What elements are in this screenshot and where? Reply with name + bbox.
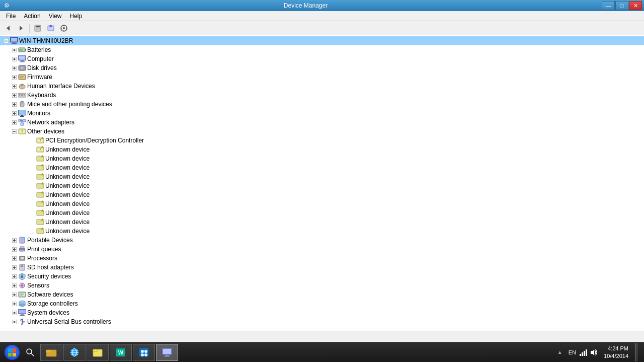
tree-item-mice[interactable]: Mice and other pointing devices — [0, 100, 644, 109]
batteries-expander[interactable] — [10, 46, 18, 54]
tree-item-print[interactable]: Print queues — [0, 245, 644, 254]
system-devices-expander[interactable] — [10, 309, 18, 317]
menu-file[interactable]: File — [2, 12, 20, 21]
minimize-button[interactable]: — — [602, 1, 615, 10]
tree-item-unk1[interactable]: ? ! Unknown device — [0, 145, 644, 154]
svg-point-38 — [22, 67, 23, 68]
root-expander[interactable] — [2, 37, 10, 45]
tree-item-unk6[interactable]: ! Unknown device — [0, 190, 644, 199]
tree-item-security[interactable]: Security devices — [0, 272, 644, 281]
maximize-button[interactable]: □ — [615, 1, 628, 10]
tree-item-unk2[interactable]: ! Unknown device — [0, 154, 644, 163]
unk2-icon: ! — [36, 155, 44, 163]
other-devices-expander[interactable] — [10, 127, 18, 135]
tree-item-unk3[interactable]: ! Unknown device — [0, 163, 644, 172]
tree-item-unk4[interactable]: ! Unknown device — [0, 172, 644, 181]
tree-item-pci[interactable]: ? ! PCI Encryption/Decryption Controller — [0, 136, 644, 145]
svg-text:!: ! — [42, 174, 42, 176]
scan-hardware-button[interactable] — [58, 23, 70, 34]
tree-item-sd-host[interactable]: SD host adapters — [0, 263, 644, 272]
tree-item-batteries[interactable]: Batteries — [0, 45, 644, 54]
taskbar-explorer-btn[interactable] — [40, 344, 62, 361]
tree-item-unk5[interactable]: ! Unknown device — [0, 181, 644, 190]
network-expander[interactable] — [10, 118, 18, 126]
show-desktop-btn[interactable] — [635, 343, 638, 361]
tray-clock[interactable]: 4:24 PM 10/4/2014 — [600, 345, 632, 359]
tree-item-system-devices[interactable]: System devices — [0, 308, 644, 317]
processors-icon — [18, 254, 26, 262]
tree-item-software-devices[interactable]: Software devices — [0, 290, 644, 299]
tray-keyboard-icon[interactable]: EN — [567, 349, 578, 355]
svg-rect-17 — [11, 38, 17, 42]
unk10-label: Unknown device — [45, 228, 90, 235]
security-expander[interactable] — [10, 272, 18, 280]
tray-network-icon[interactable] — [580, 349, 588, 356]
processors-expander[interactable] — [10, 254, 18, 262]
svg-rect-136 — [20, 246, 24, 248]
tree-item-disk-drives[interactable]: Disk drives — [0, 63, 644, 73]
menu-view[interactable]: View — [45, 12, 66, 21]
portable-expander[interactable] — [10, 236, 18, 244]
tree-item-monitors[interactable]: Monitors — [0, 109, 644, 118]
tree-item-keyboards[interactable]: Keyboards — [0, 91, 644, 100]
tree-item-unk7[interactable]: ! Unknown device — [0, 199, 644, 208]
tray-volume-icon[interactable] — [590, 349, 598, 356]
svg-text:!: ! — [42, 228, 42, 230]
tree-item-portable[interactable]: Portable Devices — [0, 236, 644, 245]
print-expander[interactable] — [10, 245, 18, 253]
forward-button[interactable] — [15, 23, 27, 34]
taskbar-control-panel-btn[interactable] — [133, 344, 155, 361]
tree-item-computer[interactable]: Computer — [0, 54, 644, 63]
search-button[interactable] — [22, 344, 38, 360]
device-tree[interactable]: WIN-THMNII0U2BR Batteries — [0, 35, 644, 331]
unk10-icon: ! — [36, 227, 44, 235]
storage-expander[interactable] — [10, 300, 18, 308]
tree-item-firmware[interactable]: Firmware — [0, 73, 644, 82]
menu-help[interactable]: Help — [66, 12, 87, 21]
computer-expander[interactable] — [10, 55, 18, 63]
svg-rect-81 — [21, 123, 24, 125]
sensors-expander[interactable] — [10, 281, 18, 289]
taskbar-device-manager-btn[interactable] — [156, 344, 178, 361]
menu-action[interactable]: Action — [20, 12, 44, 21]
security-icon — [18, 272, 26, 280]
tree-item-processors[interactable]: Processors — [0, 254, 644, 263]
tree-item-hid[interactable]: Human Interface Devices — [0, 82, 644, 91]
software-devices-expander[interactable] — [10, 291, 18, 299]
hid-expander[interactable] — [10, 82, 18, 90]
taskbar-files-btn[interactable] — [87, 344, 109, 361]
tree-item-usb[interactable]: Universal Serial Bus controllers — [0, 317, 644, 326]
svg-rect-30 — [19, 56, 25, 60]
start-button[interactable] — [2, 343, 22, 361]
svg-point-51 — [21, 85, 23, 87]
tree-item-storage[interactable]: Storage controllers — [0, 299, 644, 308]
other-devices-icon: ? — [18, 127, 26, 135]
svg-rect-32 — [20, 61, 25, 62]
tree-item-network[interactable]: Network adapters — [0, 118, 644, 127]
tree-root[interactable]: WIN-THMNII0U2BR — [0, 36, 644, 45]
tray-notification-btn[interactable]: ▲ — [555, 349, 565, 355]
disk-drives-expander[interactable] — [10, 64, 18, 72]
firmware-expander[interactable] — [10, 73, 18, 81]
close-button[interactable]: ✕ — [629, 1, 642, 10]
svg-rect-139 — [21, 251, 23, 252]
menu-bar: File Action View Help — [0, 11, 644, 21]
tree-item-unk9[interactable]: ! Unknown device — [0, 218, 644, 227]
monitors-expander[interactable] — [10, 109, 18, 117]
update-driver-button[interactable] — [45, 23, 57, 34]
taskbar-store-btn[interactable]: W — [110, 344, 132, 361]
svg-rect-192 — [20, 315, 25, 316]
taskbar-ie-btn[interactable] — [63, 344, 86, 361]
properties-button[interactable] — [32, 23, 44, 34]
tree-item-unk10[interactable]: ! Unknown device — [0, 227, 644, 236]
start-orb[interactable] — [5, 345, 20, 360]
sd-host-expander[interactable] — [10, 263, 18, 271]
keyboards-expander[interactable] — [10, 91, 18, 99]
usb-expander[interactable] — [10, 318, 18, 326]
portable-icon — [18, 236, 26, 244]
tree-item-other-devices[interactable]: ? Other devices — [0, 127, 644, 136]
tree-item-sensors[interactable]: Sensors — [0, 281, 644, 290]
mice-expander[interactable] — [10, 100, 18, 108]
tree-item-unk8[interactable]: ! Unknown device — [0, 208, 644, 218]
back-button[interactable] — [2, 23, 14, 34]
